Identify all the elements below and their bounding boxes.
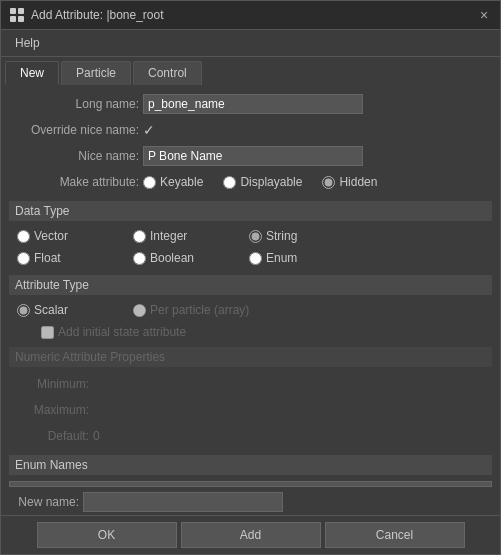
attr-type-header: Attribute Type (9, 275, 492, 295)
hidden-option[interactable]: Hidden (322, 175, 377, 189)
svg-rect-2 (10, 16, 16, 22)
svg-rect-3 (18, 16, 24, 22)
long-name-label: Long name: (9, 97, 139, 111)
menu-bar: Help (1, 30, 500, 57)
keyable-label: Keyable (160, 175, 203, 189)
default-label: Default: (9, 429, 89, 443)
nice-name-row: Nice name: (9, 145, 492, 167)
keyable-option[interactable]: Keyable (143, 175, 203, 189)
float-radio[interactable] (17, 252, 30, 265)
add-initial-row: Add initial state attribute (9, 323, 492, 339)
displayable-option[interactable]: Displayable (223, 175, 302, 189)
override-label: Override nice name: (9, 123, 139, 137)
enum-option[interactable]: Enum (249, 251, 297, 265)
minimum-row: Minimum: (9, 373, 492, 395)
enum-names-textarea[interactable] (9, 481, 492, 487)
tab-new[interactable]: New (5, 61, 59, 85)
long-name-input[interactable] (143, 94, 363, 114)
maximum-row: Maximum: (9, 399, 492, 421)
vector-option[interactable]: Vector (17, 229, 117, 243)
add-initial-label: Add initial state attribute (58, 325, 186, 339)
new-name-label: New name: (9, 495, 79, 509)
maximum-label: Maximum: (9, 403, 89, 417)
integer-option[interactable]: Integer (133, 229, 233, 243)
scalar-radio[interactable] (17, 304, 30, 317)
scalar-label: Scalar (34, 303, 68, 317)
default-value: 0 (93, 429, 100, 443)
scalar-option[interactable]: Scalar (17, 303, 117, 317)
boolean-label: Boolean (150, 251, 194, 265)
add-initial-checkbox[interactable] (41, 326, 54, 339)
make-attr-row: Make attribute: Keyable Displayable Hidd… (9, 171, 492, 193)
content-area: Long name: Override nice name: ✓ Nice na… (1, 85, 500, 515)
nice-name-input[interactable] (143, 146, 363, 166)
enum-label: Enum (266, 251, 297, 265)
svg-rect-0 (10, 8, 16, 14)
boolean-radio[interactable] (133, 252, 146, 265)
per-particle-option[interactable]: Per particle (array) (133, 303, 249, 317)
attr-type-row1: Scalar Per particle (array) (9, 301, 492, 319)
new-name-input[interactable] (83, 492, 283, 512)
hidden-label: Hidden (339, 175, 377, 189)
data-type-row1: Vector Integer String (9, 227, 492, 245)
main-window: Add Attribute: |bone_root × Help New Par… (0, 0, 501, 555)
hidden-radio[interactable] (322, 176, 335, 189)
title-bar-left: Add Attribute: |bone_root (9, 7, 164, 23)
enum-names-header: Enum Names (9, 455, 492, 475)
default-row: Default: 0 (9, 425, 492, 447)
string-option[interactable]: String (249, 229, 297, 243)
override-row: Override nice name: ✓ (9, 119, 492, 141)
tab-particle[interactable]: Particle (61, 61, 131, 85)
string-radio[interactable] (249, 230, 262, 243)
tab-control[interactable]: Control (133, 61, 202, 85)
integer-label: Integer (150, 229, 187, 243)
displayable-label: Displayable (240, 175, 302, 189)
minimum-label: Minimum: (9, 377, 89, 391)
numeric-header: Numeric Attribute Properties (9, 347, 492, 367)
data-type-header: Data Type (9, 201, 492, 221)
menu-help[interactable]: Help (9, 34, 46, 52)
vector-radio[interactable] (17, 230, 30, 243)
per-particle-radio[interactable] (133, 304, 146, 317)
nice-name-label: Nice name: (9, 149, 139, 163)
title-bar: Add Attribute: |bone_root × (1, 1, 500, 30)
add-initial-option[interactable]: Add initial state attribute (41, 325, 492, 339)
per-particle-label: Per particle (array) (150, 303, 249, 317)
string-label: String (266, 229, 297, 243)
float-option[interactable]: Float (17, 251, 117, 265)
long-name-row: Long name: (9, 93, 492, 115)
tab-bar: New Particle Control (1, 57, 500, 85)
add-button[interactable]: Add (181, 522, 321, 548)
new-name-row: New name: (9, 491, 492, 513)
integer-radio[interactable] (133, 230, 146, 243)
data-type-row2: Float Boolean Enum (9, 249, 492, 267)
bottom-buttons: OK Add Cancel (1, 515, 500, 554)
svg-rect-1 (18, 8, 24, 14)
enum-radio[interactable] (249, 252, 262, 265)
puzzle-icon (9, 7, 25, 23)
boolean-option[interactable]: Boolean (133, 251, 233, 265)
make-attr-label: Make attribute: (9, 175, 139, 189)
override-checkmark: ✓ (143, 122, 155, 138)
window-title: Add Attribute: |bone_root (31, 8, 164, 22)
displayable-radio[interactable] (223, 176, 236, 189)
close-button[interactable]: × (476, 7, 492, 23)
make-attr-options: Keyable Displayable Hidden (143, 175, 377, 189)
vector-label: Vector (34, 229, 68, 243)
float-label: Float (34, 251, 61, 265)
cancel-button[interactable]: Cancel (325, 522, 465, 548)
ok-button[interactable]: OK (37, 522, 177, 548)
keyable-radio[interactable] (143, 176, 156, 189)
